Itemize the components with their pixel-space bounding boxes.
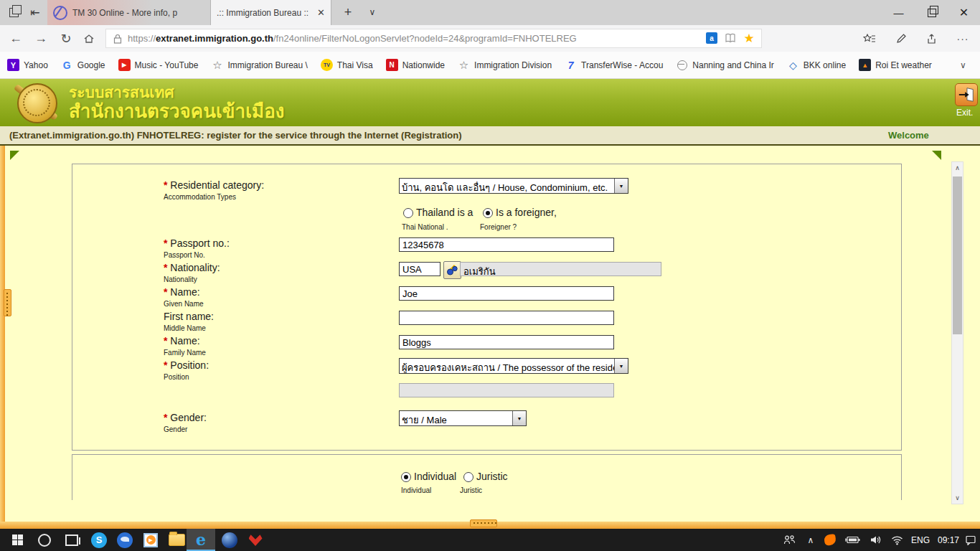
new-tab-button[interactable]: + bbox=[339, 3, 357, 22]
battery-icon[interactable] bbox=[842, 529, 864, 551]
cortana-button[interactable] bbox=[33, 529, 56, 551]
bookmark-nanning-china[interactable]: Nanning and China Ir bbox=[676, 59, 773, 71]
address-bar[interactable]: https://extranet.immigration.go.th/fn24o… bbox=[105, 29, 762, 48]
nationality-label: * Nationality: Nationality bbox=[164, 261, 393, 283]
share-icon[interactable] bbox=[920, 25, 943, 52]
position-other-field bbox=[399, 383, 614, 397]
skype-icon[interactable]: S bbox=[88, 529, 110, 551]
individual-radio[interactable] bbox=[401, 472, 411, 482]
reading-view-icon[interactable] bbox=[722, 29, 739, 47]
tab-title: TM 30 Online - More info, p bbox=[72, 8, 177, 18]
close-button[interactable]: ✕ bbox=[948, 0, 980, 25]
forward-button[interactable]: → bbox=[29, 25, 52, 52]
lock-icon bbox=[113, 34, 122, 44]
thai-visa-icon: TV bbox=[321, 59, 333, 71]
refresh-button[interactable]: ↻ bbox=[55, 25, 77, 52]
translate-icon[interactable]: a bbox=[703, 29, 720, 47]
exit-button[interactable] bbox=[955, 83, 978, 106]
exit-door-icon bbox=[957, 85, 976, 104]
wifi-icon[interactable] bbox=[887, 529, 907, 551]
blue-ball-app-icon[interactable] bbox=[218, 529, 241, 551]
bookmark-roi-et-weather[interactable]: ▲Roi Et weather bbox=[859, 59, 932, 71]
passport-input[interactable] bbox=[399, 237, 614, 252]
bookmark-immigration-bureau[interactable]: ☆Immigration Bureau \ bbox=[211, 59, 307, 71]
avast-tray-icon[interactable] bbox=[821, 529, 839, 551]
nationality-name-field: อเมริกัน bbox=[460, 262, 661, 276]
bookmark-transferwise[interactable]: 7TransferWise - Accou bbox=[565, 59, 663, 71]
windows-taskbar: S ▶ e ∧ ENG 09:17 bbox=[0, 529, 980, 551]
family-name-label: * Name: Family Name bbox=[164, 334, 393, 357]
given-name-input[interactable] bbox=[399, 286, 614, 301]
immigration-seal-logo bbox=[11, 82, 59, 125]
thunderbird-icon[interactable] bbox=[113, 529, 136, 551]
left-splitter-grip[interactable] bbox=[4, 289, 11, 316]
left-splitter[interactable] bbox=[0, 146, 5, 529]
set-tabs-aside-icon[interactable]: ⇤ bbox=[26, 3, 44, 22]
bookmarks-overflow-chevron-icon[interactable]: ∨ bbox=[960, 60, 966, 70]
tab-close-icon[interactable]: ✕ bbox=[310, 7, 325, 18]
family-name-input[interactable] bbox=[399, 335, 614, 349]
language-indicator[interactable]: ENG bbox=[908, 529, 933, 551]
thai-national-radio[interactable] bbox=[403, 208, 413, 218]
nationality-code-input[interactable] bbox=[399, 262, 440, 276]
more-options-icon[interactable]: ··· bbox=[951, 25, 974, 52]
foreigner-radio[interactable] bbox=[483, 208, 493, 218]
residential-category-select[interactable]: บ้าน, คอนโด และอื่นๆ / House, Condominiu… bbox=[399, 178, 628, 194]
scroll-down-icon[interactable]: ∨ bbox=[952, 492, 963, 504]
edge-browser-icon[interactable]: e bbox=[187, 529, 215, 551]
minimize-button[interactable]: — bbox=[882, 0, 915, 25]
residential-category-label: * Residential category: Accommodation Ty… bbox=[164, 179, 393, 201]
site-brand: ระบบสารสนเทศ สำนักงานตรวจคนเข้าเมือง bbox=[69, 84, 285, 123]
people-icon[interactable] bbox=[779, 529, 799, 551]
back-button[interactable]: ← bbox=[4, 25, 27, 52]
google-icon: G bbox=[61, 59, 73, 71]
transferwise-icon: 7 bbox=[565, 59, 577, 71]
vertical-scrollbar[interactable]: ∧ ∨ bbox=[951, 161, 963, 504]
tab-tm30-online[interactable]: TM 30 Online - More info, p bbox=[47, 0, 211, 25]
favorite-star-icon[interactable]: ★ bbox=[740, 29, 758, 47]
bookmark-google[interactable]: GGoogle bbox=[61, 59, 105, 71]
tab-list-chevron-icon[interactable]: ∨ bbox=[363, 3, 382, 22]
scrollbar-thumb[interactable] bbox=[953, 176, 962, 334]
middle-name-input[interactable] bbox=[399, 311, 614, 325]
bookmark-bkk-online[interactable]: ◇BKK online bbox=[787, 59, 846, 71]
dropdown-arrow-icon[interactable]: ▼ bbox=[614, 179, 628, 193]
start-button[interactable] bbox=[6, 529, 29, 551]
position-select[interactable]: ผู้ครอบครองเคหะสถาน / The possessor of t… bbox=[399, 358, 628, 374]
passport-label: * Passport no.: Passport No. bbox=[164, 237, 393, 259]
action-center-icon[interactable] bbox=[961, 529, 980, 551]
folded-corner-right bbox=[932, 151, 941, 160]
bookmark-youtube-music[interactable]: ▶Music - YouTube bbox=[118, 59, 199, 71]
web-note-pen-icon[interactable] bbox=[890, 25, 913, 52]
file-explorer-icon[interactable] bbox=[165, 529, 188, 551]
home-button[interactable] bbox=[77, 25, 100, 52]
nationality-lookup-button[interactable] bbox=[443, 261, 461, 279]
url-text: https://extranet.immigration.go.th/fn24o… bbox=[128, 33, 577, 44]
folded-corner-left bbox=[10, 151, 19, 160]
bookmark-yahoo[interactable]: YYahoo bbox=[7, 59, 48, 71]
bookmark-thai-visa[interactable]: TVThai Visa bbox=[321, 59, 373, 71]
restore-button[interactable] bbox=[915, 0, 948, 25]
bottom-splitter-grip[interactable] bbox=[470, 519, 497, 527]
bookmark-immigration-division[interactable]: ☆Immigration Division bbox=[458, 59, 552, 71]
star-icon: ☆ bbox=[458, 59, 470, 71]
dropdown-arrow-icon[interactable]: ▼ bbox=[512, 411, 526, 425]
speaker-icon[interactable] bbox=[865, 529, 885, 551]
media-player-icon[interactable]: ▶ bbox=[139, 529, 162, 551]
tab-immigration-bureau[interactable]: .:: Immigration Bureau :: ✕ bbox=[211, 0, 331, 25]
globe-icon bbox=[676, 59, 688, 71]
brand-line1: ระบบสารสนเทศ bbox=[69, 84, 285, 101]
tab-preview-icon[interactable] bbox=[4, 3, 23, 22]
page-content: * Residential category: Accommodation Ty… bbox=[0, 146, 980, 529]
gender-select[interactable]: ชาย / Male▼ bbox=[399, 410, 527, 426]
bookmark-nationwide[interactable]: NNationwide bbox=[386, 59, 445, 71]
tray-overflow-chevron-icon[interactable]: ∧ bbox=[802, 529, 819, 551]
juristic-radio[interactable] bbox=[463, 472, 473, 482]
fan-app-icon[interactable] bbox=[244, 529, 267, 551]
dropdown-arrow-icon[interactable]: ▼ bbox=[614, 359, 628, 373]
exit-label[interactable]: Exit. bbox=[956, 108, 973, 118]
task-view-button[interactable] bbox=[60, 529, 83, 551]
scroll-up-icon[interactable]: ∧ bbox=[952, 162, 963, 174]
hub-favorites-icon[interactable] bbox=[858, 25, 881, 52]
clock[interactable]: 09:17 bbox=[934, 529, 963, 551]
